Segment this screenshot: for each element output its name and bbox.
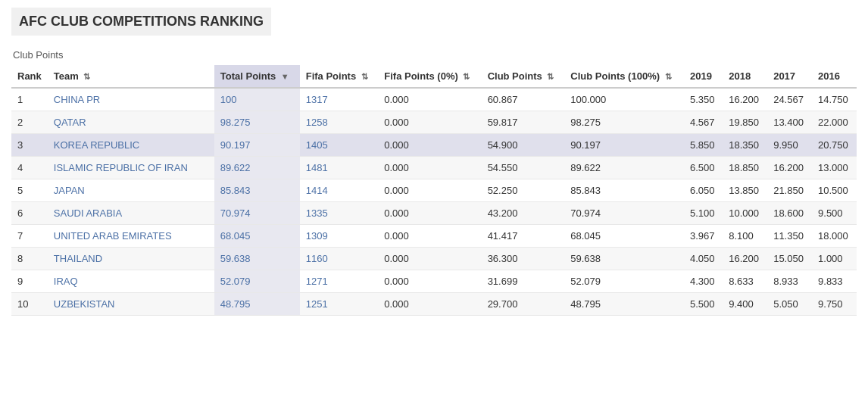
col-fifa-points-0[interactable]: Fifa Points (0%) ⇅ (378, 65, 481, 88)
cell-club-points: 36.300 (482, 248, 565, 270)
cell-2018: 16.200 (723, 248, 767, 270)
cell-team[interactable]: IRAQ (48, 270, 214, 293)
cell-2017: 21.850 (767, 179, 812, 202)
club-points-100-sort-icon: ⇅ (665, 72, 672, 82)
col-2016[interactable]: 2016 (812, 65, 857, 88)
cell-fifa-points-0: 0.000 (378, 134, 481, 157)
cell-club-points: 31.699 (482, 270, 565, 293)
cell-total-points: 70.974 (214, 202, 300, 225)
cell-total-points: 100 (214, 88, 300, 111)
cell-fifa-points-0: 0.000 (378, 270, 481, 293)
cell-fifa-points: 1414 (300, 179, 379, 202)
cell-club-points-100: 68.045 (564, 225, 684, 248)
cell-2019: 4.300 (684, 270, 723, 293)
cell-2019: 4.567 (684, 111, 723, 134)
cell-2019: 6.500 (684, 157, 723, 179)
cell-team[interactable]: ISLAMIC REPUBLIC OF IRAN (48, 157, 214, 179)
table-row: 5 JAPAN 85.843 1414 0.000 52.250 85.843 … (11, 179, 857, 202)
cell-club-points-100: 59.638 (564, 248, 684, 270)
cell-2019: 4.050 (684, 248, 723, 270)
fifa-points-sort-icon: ⇅ (361, 72, 368, 82)
cell-club-points-100: 85.843 (564, 179, 684, 202)
cell-team[interactable]: CHINA PR (48, 88, 214, 111)
cell-2016: 10.500 (812, 179, 857, 202)
cell-rank: 5 (11, 179, 48, 202)
cell-club-points-100: 100.000 (564, 88, 684, 111)
cell-club-points: 52.250 (482, 179, 565, 202)
col-club-points[interactable]: Club Points ⇅ (482, 65, 565, 88)
cell-2018: 16.200 (723, 88, 767, 111)
cell-team[interactable]: JAPAN (48, 179, 214, 202)
cell-rank: 8 (11, 248, 48, 270)
cell-2017: 13.400 (767, 111, 812, 134)
fifa-points-0-sort-icon: ⇅ (463, 72, 470, 82)
cell-2018: 9.400 (723, 293, 767, 316)
table-row: 6 SAUDI ARABIA 70.974 1335 0.000 43.200 … (11, 202, 857, 225)
cell-2016: 1.000 (812, 248, 857, 270)
cell-fifa-points: 1251 (300, 293, 379, 316)
cell-club-points: 60.867 (482, 88, 565, 111)
cell-team[interactable]: UZBEKISTAN (48, 293, 214, 316)
cell-club-points: 29.700 (482, 293, 565, 316)
cell-2017: 9.950 (767, 134, 812, 157)
cell-club-points: 41.417 (482, 225, 565, 248)
cell-team[interactable]: QATAR (48, 111, 214, 134)
cell-2017: 15.050 (767, 248, 812, 270)
cell-2018: 13.850 (723, 179, 767, 202)
cell-2016: 18.000 (812, 225, 857, 248)
cell-team[interactable]: UNITED ARAB EMIRATES (48, 225, 214, 248)
col-2017[interactable]: 2017 (767, 65, 812, 88)
cell-team[interactable]: KOREA REPUBLIC (48, 134, 214, 157)
total-points-sort-icon: ▼ (281, 72, 289, 81)
page-title: AFC CLUB COMPETITIONS RANKING (11, 8, 271, 36)
cell-club-points-100: 70.974 (564, 202, 684, 225)
cell-2018: 10.000 (723, 202, 767, 225)
col-2019[interactable]: 2019 (684, 65, 723, 88)
table-row: 4 ISLAMIC REPUBLIC OF IRAN 89.622 1481 0… (11, 157, 857, 179)
cell-rank: 4 (11, 157, 48, 179)
cell-2019: 5.850 (684, 134, 723, 157)
cell-club-points-100: 89.622 (564, 157, 684, 179)
cell-2019: 3.967 (684, 225, 723, 248)
cell-total-points: 52.079 (214, 270, 300, 293)
cell-team[interactable]: THAILAND (48, 248, 214, 270)
cell-2017: 18.600 (767, 202, 812, 225)
cell-fifa-points: 1317 (300, 88, 379, 111)
cell-total-points: 85.843 (214, 179, 300, 202)
cell-total-points: 68.045 (214, 225, 300, 248)
cell-rank: 7 (11, 225, 48, 248)
cell-club-points-100: 48.795 (564, 293, 684, 316)
col-fifa-points[interactable]: Fifa Points ⇅ (300, 65, 379, 88)
cell-2019: 6.050 (684, 179, 723, 202)
table-row: 1 CHINA PR 100 1317 0.000 60.867 100.000… (11, 88, 857, 111)
cell-fifa-points-0: 0.000 (378, 111, 481, 134)
section-label: Club Points (11, 49, 857, 61)
cell-2016: 9.833 (812, 270, 857, 293)
cell-rank: 2 (11, 111, 48, 134)
cell-rank: 6 (11, 202, 48, 225)
cell-club-points-100: 98.275 (564, 111, 684, 134)
club-points-sort-icon: ⇅ (547, 72, 554, 82)
col-rank[interactable]: Rank (11, 65, 48, 88)
cell-total-points: 98.275 (214, 111, 300, 134)
cell-2018: 18.850 (723, 157, 767, 179)
col-2018[interactable]: 2018 (723, 65, 767, 88)
col-team[interactable]: Team ⇅ (48, 65, 214, 88)
cell-2018: 8.633 (723, 270, 767, 293)
cell-team[interactable]: SAUDI ARABIA (48, 202, 214, 225)
cell-rank: 10 (11, 293, 48, 316)
cell-2017: 16.200 (767, 157, 812, 179)
col-total-points[interactable]: Total Points ▼ (214, 65, 300, 88)
cell-2017: 24.567 (767, 88, 812, 111)
cell-2018: 18.350 (723, 134, 767, 157)
cell-rank: 9 (11, 270, 48, 293)
table-row: 3 KOREA REPUBLIC 90.197 1405 0.000 54.90… (11, 134, 857, 157)
team-sort-icon: ⇅ (83, 72, 90, 82)
cell-fifa-points-0: 0.000 (378, 248, 481, 270)
cell-club-points: 54.900 (482, 134, 565, 157)
cell-fifa-points: 1160 (300, 248, 379, 270)
col-club-points-100[interactable]: Club Points (100%) ⇅ (564, 65, 684, 88)
cell-fifa-points-0: 0.000 (378, 157, 481, 179)
table-row: 10 UZBEKISTAN 48.795 1251 0.000 29.700 4… (11, 293, 857, 316)
cell-2017: 11.350 (767, 225, 812, 248)
